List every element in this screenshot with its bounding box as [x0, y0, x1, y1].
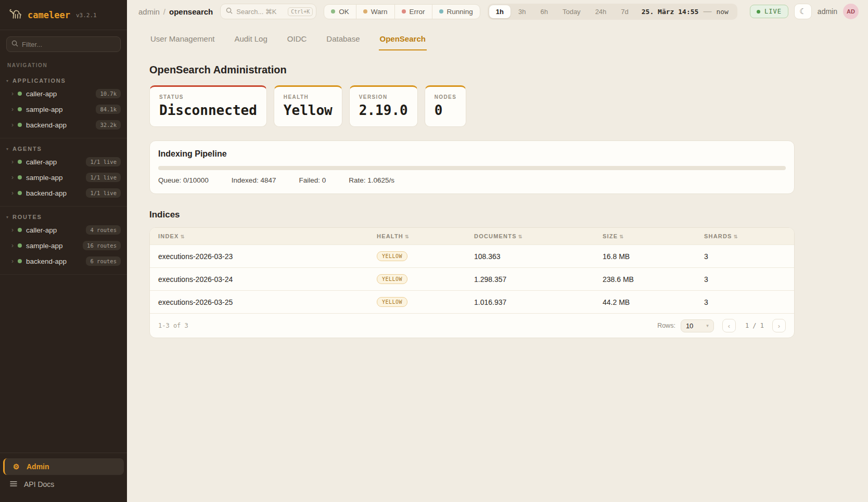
- sidebar-item-backend-app[interactable]: › backend-app 32.2k: [0, 117, 127, 133]
- username: admin: [818, 7, 837, 16]
- content: User Management Audit Log OIDC Database …: [149, 23, 795, 338]
- range-today[interactable]: Today: [556, 5, 588, 18]
- sidebar-item-caller-app[interactable]: › caller-app 10.7k: [0, 86, 127, 101]
- health-badge: YELLOW: [377, 297, 407, 307]
- filter-error[interactable]: Error: [395, 5, 432, 19]
- sort-icon: ⇅: [405, 234, 410, 239]
- tab-database[interactable]: Database: [325, 29, 361, 50]
- range-24h[interactable]: 24h: [589, 5, 614, 18]
- chevron-right-icon: ›: [11, 122, 14, 128]
- rows-per-page-select[interactable]: 10 ▾: [681, 319, 714, 332]
- filter-warn[interactable]: Warn: [356, 5, 395, 19]
- sidebar-item-sample-app-routes[interactable]: › sample-app 16 routes: [0, 238, 127, 253]
- status-dot: [18, 160, 22, 164]
- search-icon: [226, 7, 233, 16]
- live-badge: 1/1 live: [86, 188, 121, 198]
- chevron-right-icon: ›: [11, 242, 14, 249]
- sidebar-item-sample-app[interactable]: › sample-app 84.1k: [0, 101, 127, 117]
- filter-input[interactable]: [22, 41, 116, 48]
- sidebar-item-caller-app-routes[interactable]: › caller-app 4 routes: [0, 222, 127, 238]
- chevron-down-icon: ▾: [6, 79, 8, 83]
- global-search[interactable]: Ctrl+K: [220, 4, 316, 19]
- sidebar-item-backend-app-agent[interactable]: › backend-app 1/1 live: [0, 185, 127, 201]
- theme-toggle[interactable]: ☾: [794, 4, 812, 19]
- range-6h[interactable]: 6h: [533, 5, 554, 18]
- section-header-routes[interactable]: ▾ ROUTES: [0, 211, 127, 222]
- filter-running[interactable]: Running: [432, 5, 480, 19]
- table-row[interactable]: executions-2026-03-25 YELLOW 1.016.937 4…: [150, 291, 794, 314]
- breadcrumb-parent[interactable]: admin: [138, 7, 160, 16]
- status-dot: [18, 107, 22, 111]
- table-row[interactable]: executions-2026-03-23 YELLOW 108.363 16.…: [150, 245, 794, 268]
- tab-opensearch[interactable]: OpenSearch: [379, 29, 427, 50]
- live-dot: [757, 10, 760, 14]
- running-dot: [439, 9, 443, 14]
- range-7d[interactable]: 7d: [614, 5, 635, 18]
- health-badge: YELLOW: [377, 251, 407, 261]
- col-health[interactable]: HEALTH⇅: [368, 228, 466, 245]
- topbar-right: LIVE ☾ admin AD: [750, 4, 859, 19]
- col-shards[interactable]: SHARDS⇅: [696, 228, 794, 245]
- live-indicator[interactable]: LIVE: [750, 5, 788, 18]
- status-dot: [18, 123, 22, 127]
- app-name: cameleer: [28, 10, 70, 20]
- table-footer: 1-3 of 3 Rows: 10 ▾ ‹ 1 / 1 ›: [150, 313, 794, 338]
- count-badge: 84.1k: [96, 105, 121, 114]
- avatar[interactable]: AD: [843, 4, 859, 19]
- indexing-pipeline-panel: Indexing Pipeline Queue: 0/10000 Indexed…: [149, 140, 795, 194]
- status-value: Disconnected: [159, 102, 257, 118]
- sidebar-item-backend-app-routes[interactable]: › backend-app 6 routes: [0, 253, 127, 269]
- health-badge: YELLOW: [377, 274, 407, 284]
- status-dot: [18, 191, 22, 195]
- stat-card-version: VERSION 2.19.0: [349, 85, 418, 127]
- error-dot: [402, 9, 406, 14]
- version-value: 2.19.0: [359, 102, 408, 118]
- sidebar-filter[interactable]: [6, 36, 121, 52]
- col-index[interactable]: INDEX⇅: [150, 228, 368, 245]
- date-range[interactable]: 25. März 14:55 — now: [636, 7, 736, 16]
- sidebar-header: cameleer v3.2.1: [0, 0, 127, 30]
- breadcrumb-current: opensearch: [169, 7, 213, 16]
- stat-card-health: HEALTH Yellow: [274, 85, 342, 127]
- table-header-row: INDEX⇅ HEALTH⇅ DOCUMENTS⇅ SIZE⇅ SHARDS⇅: [150, 228, 794, 245]
- section-header-applications[interactable]: ▾ APPLICATIONS: [0, 74, 127, 86]
- stat-card-nodes: NODES 0: [425, 85, 467, 127]
- routes-badge: 16 routes: [83, 241, 121, 250]
- gear-icon: ⚙: [12, 462, 20, 471]
- sidebar-item-api-docs[interactable]: API Docs: [3, 476, 124, 493]
- range-from: 25. März 14:55: [642, 8, 699, 16]
- tab-user-management[interactable]: User Management: [149, 29, 215, 50]
- table-row[interactable]: executions-2026-03-24 YELLOW 1.298.357 2…: [150, 268, 794, 291]
- routes-badge: 6 routes: [86, 256, 121, 266]
- pipeline-stats: Queue: 0/10000 Indexed: 4847 Failed: 0 R…: [158, 176, 786, 184]
- chevron-down-icon: ▾: [6, 215, 8, 220]
- count-badge: 32.2k: [96, 120, 121, 130]
- tab-oidc[interactable]: OIDC: [286, 29, 308, 50]
- health-value: Yellow: [284, 102, 333, 118]
- app-version: v3.2.1: [76, 12, 97, 19]
- tab-audit-log[interactable]: Audit Log: [233, 29, 268, 50]
- range-1h[interactable]: 1h: [489, 5, 510, 18]
- sidebar: cameleer v3.2.1 NAVIGATION ▾ APPLICATION…: [0, 0, 127, 502]
- sidebar-section-agents: ▾ AGENTS › caller-app 1/1 live › sample-…: [0, 138, 127, 207]
- search-input[interactable]: [236, 8, 284, 16]
- sidebar-item-sample-app-agent[interactable]: › sample-app 1/1 live: [0, 170, 127, 185]
- status-dot: [18, 259, 22, 263]
- col-documents[interactable]: DOCUMENTS⇅: [466, 228, 594, 245]
- prev-page-button[interactable]: ‹: [722, 319, 736, 332]
- status-dot: [18, 92, 22, 96]
- sidebar-footer: ⚙ Admin API Docs: [0, 453, 127, 502]
- count-badge: 10.7k: [96, 89, 121, 98]
- next-page-button[interactable]: ›: [772, 319, 786, 332]
- page-title: OpenSearch Administration: [149, 64, 795, 76]
- sidebar-item-caller-app-agent[interactable]: › caller-app 1/1 live: [0, 154, 127, 170]
- ok-dot: [331, 9, 335, 14]
- sidebar-item-admin[interactable]: ⚙ Admin: [3, 458, 124, 475]
- section-header-agents[interactable]: ▾ AGENTS: [0, 143, 127, 154]
- col-size[interactable]: SIZE⇅: [594, 228, 696, 245]
- chevron-right-icon: ›: [11, 91, 14, 97]
- shortcut-hint: Ctrl+K: [288, 7, 313, 16]
- range-3h[interactable]: 3h: [512, 5, 532, 18]
- filter-ok[interactable]: OK: [324, 5, 356, 19]
- sort-icon: ⇅: [518, 234, 523, 239]
